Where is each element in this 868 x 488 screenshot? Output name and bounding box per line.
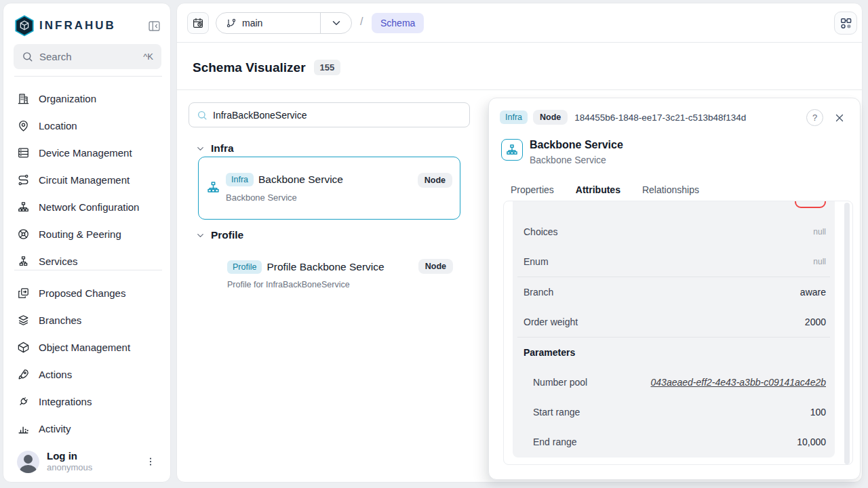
sidebar-item-services[interactable]: Services <box>9 247 165 266</box>
schema-search-input[interactable] <box>213 110 462 121</box>
group-profile-header[interactable]: Profile <box>195 229 243 241</box>
sidebar-item-proposed-changes[interactable]: Proposed Changes <box>9 279 165 306</box>
topbar: main / Schema <box>177 3 862 43</box>
search-icon <box>197 110 208 121</box>
panel-title: Backbone Service <box>530 139 623 151</box>
sidebar-item-actions[interactable]: Actions <box>9 361 165 388</box>
sidebar-search-placeholder: Search <box>39 51 137 62</box>
schema-count-badge: 155 <box>314 60 341 75</box>
branch-name: main <box>242 18 262 28</box>
attribute-row-enum: Enum null <box>513 247 835 277</box>
branch-selector[interactable]: main <box>216 12 352 34</box>
group-name: Infra <box>211 142 234 155</box>
parameters-section-header: Parameters <box>513 338 835 367</box>
sidebar-nav-primary: Organization Location Device Management … <box>9 85 165 266</box>
branch-dropdown-toggle[interactable] <box>320 13 351 33</box>
sidebar-item-organization[interactable]: Organization <box>9 85 165 112</box>
schema-search[interactable] <box>189 102 470 127</box>
search-icon <box>22 51 33 62</box>
sidebar-item-branches[interactable]: Branches <box>9 306 165 333</box>
sidebar-search-shortcut: ^K <box>143 52 153 62</box>
group-infra-header[interactable]: Infra <box>195 142 234 155</box>
server-icon <box>17 146 30 159</box>
route-icon <box>17 174 30 186</box>
node-title: Profile Backbone Service <box>267 261 384 273</box>
chevron-down-icon <box>330 17 342 29</box>
user-role: anonymous <box>47 462 137 473</box>
layers-icon <box>17 314 30 327</box>
attributes-scroll-area[interactable]: Choices null Enum null Branch aware Orde… <box>503 201 853 465</box>
sidebar-item-label: Branches <box>39 314 81 326</box>
sidebar-divider <box>14 76 162 77</box>
main-area: main / Schema Schema Visualizer 155 Infr… <box>176 3 863 483</box>
sidebar-item-circuit-management[interactable]: Circuit Management <box>9 166 165 193</box>
user-menu[interactable]: Log in anonymous <box>10 445 163 478</box>
sidebar-header: INFRAHUB <box>14 13 163 39</box>
map-pin-icon <box>17 119 30 132</box>
git-branch-icon <box>226 18 237 28</box>
sidebar-item-label: Integrations <box>39 396 92 407</box>
breadcrumb-schema[interactable]: Schema <box>372 13 424 33</box>
namespace-badge: Infra <box>226 173 254 186</box>
close-icon[interactable] <box>832 110 847 125</box>
node-detail-panel: Infra Node 184455b6-1848-ee17-3c21-c513b… <box>488 98 861 480</box>
kebab-menu-icon[interactable] <box>144 455 157 468</box>
panel-scrollbar[interactable] <box>844 203 850 464</box>
sidebar-item-device-management[interactable]: Device Management <box>9 139 165 166</box>
sidebar-item-routing-peering[interactable]: Routing & Peering <box>9 220 165 247</box>
sidebar-nav-secondary: Proposed Changes Branches Object Managem… <box>9 279 165 442</box>
header-divider <box>177 89 862 90</box>
sidebar-item-network-configuration[interactable]: Network Configuration <box>9 193 165 220</box>
avatar <box>17 451 39 473</box>
sidebar-item-label: Organization <box>39 93 96 104</box>
login-label: Log in <box>47 450 137 462</box>
sidebar-item-activity[interactable]: Activity <box>9 415 165 442</box>
node-icon-box <box>501 139 523 161</box>
number-pool-link[interactable]: 043aeaed-eff2-4e43-a3bb-c09141ac4e2b <box>651 377 826 388</box>
panel-subtitle: Backbone Service <box>530 155 606 165</box>
node-subtitle: Backbone Service <box>226 192 297 203</box>
attribute-row-choices: Choices null <box>513 217 835 247</box>
building-icon <box>17 92 30 105</box>
sidebar-item-label: Services <box>39 256 78 267</box>
hierarchy-icon <box>17 255 30 267</box>
sidebar-item-label: Device Management <box>39 147 132 159</box>
chevron-down-icon <box>195 144 205 154</box>
hierarchy-icon <box>17 201 30 214</box>
node-uuid: 184455b6-1848-ee17-3c21-c513b48f134d <box>574 113 746 123</box>
help-button[interactable]: ? <box>806 109 823 126</box>
sidebar-item-object-management[interactable]: Object Management <box>9 333 165 361</box>
rocket-icon <box>17 368 30 381</box>
sidebar-item-location[interactable]: Location <box>9 112 165 139</box>
schema-node-card-profile-backbone-service[interactable]: Profile Profile Backbone Service Node Pr… <box>198 257 460 292</box>
attribute-row-order-weight: Order weight 2000 <box>513 307 835 337</box>
sidebar-item-label: Routing & Peering <box>39 228 121 240</box>
kind-badge: Node <box>533 110 568 125</box>
plug-icon <box>17 395 30 408</box>
namespace-badge: Profile <box>227 260 262 274</box>
sidebar-item-integrations[interactable]: Integrations <box>9 388 165 415</box>
sidebar-collapse-icon[interactable] <box>147 18 163 34</box>
hierarchy-icon <box>206 180 220 195</box>
sidebar-item-label: Object Management <box>39 342 130 353</box>
schema-graph-icon[interactable] <box>834 12 857 35</box>
chevron-down-icon <box>195 230 205 241</box>
parameter-row-number-pool: Number pool 043aeaed-eff2-4e43-a3bb-c091… <box>513 367 835 397</box>
infrahub-logo-icon <box>14 15 35 37</box>
schema-node-card-backbone-service[interactable]: Infra Backbone Service Node Backbone Ser… <box>198 157 460 220</box>
sidebar-item-label: Circuit Management <box>39 174 130 186</box>
breadcrumb-separator: / <box>360 16 363 28</box>
page-title: Schema Visualizer <box>193 60 306 75</box>
time-travel-button[interactable] <box>187 12 209 34</box>
sidebar-search[interactable]: Search ^K <box>14 44 161 69</box>
namespace-badge: Infra <box>500 110 528 124</box>
sidebar-item-label: Actions <box>39 369 72 380</box>
page-header: Schema Visualizer 155 <box>193 60 340 75</box>
sidebar-item-label: Proposed Changes <box>39 287 125 299</box>
activity-icon <box>17 422 30 435</box>
box-icon <box>17 341 30 354</box>
node-subtitle: Profile for InfraBackBoneService <box>227 280 350 289</box>
kind-badge: Node <box>418 259 453 274</box>
group-name: Profile <box>211 229 243 241</box>
panel-header-badges: Infra Node 184455b6-1848-ee17-3c21-c513b… <box>500 110 746 125</box>
